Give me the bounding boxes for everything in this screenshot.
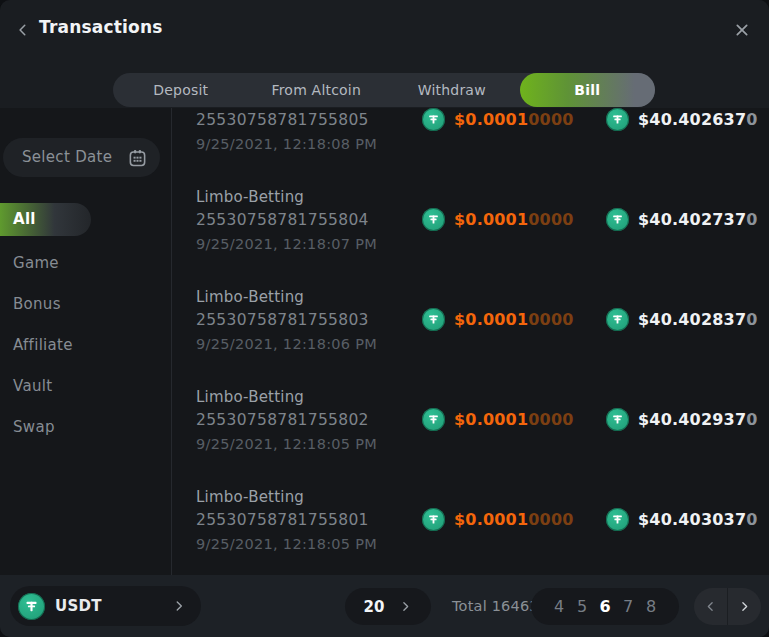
chevron-left-icon [704,600,717,613]
close-button[interactable] [731,19,753,41]
game-label: Limbo-Betting [196,488,304,506]
game-label: Limbo-Betting [196,288,304,306]
transaction-balance: $40.4030370 [606,508,758,531]
transaction-date: 9/25/2021, 12:18:05 PM [196,436,377,452]
page-button-7[interactable]: 7 [622,597,634,616]
date-placeholder: Select Date [22,148,112,166]
amount-trailing-zeros: 0000 [528,410,573,429]
close-icon [734,22,750,38]
balance-trailing-zero: 0 [746,410,757,429]
amount-value: $0.0001 [454,110,528,129]
transaction-type-tabs: Deposit From Altcoin Withdraw Bill [113,73,655,107]
pagination: 4 5 6 7 8 [531,588,679,625]
balance-value: $40.402937 [638,410,746,429]
tab-from-altcoin[interactable]: From Altcoin [249,73,385,107]
balance-value: $40.403037 [638,510,746,529]
transaction-amount: $0.00010000 [422,408,574,431]
page-nav [694,588,761,625]
transaction-balance: $40.4026370 [606,108,758,131]
transaction-amount: $0.00010000 [422,308,574,331]
transaction-balance: $40.4028370 [606,308,758,331]
next-page-button[interactable] [727,588,761,625]
back-button[interactable] [12,19,34,41]
transaction-date: 9/25/2021, 12:18:07 PM [196,236,377,252]
tether-icon [606,208,629,231]
transaction-amount: $0.00010000 [422,108,574,131]
balance-value: $40.402637 [638,110,746,129]
chevron-right-icon [738,600,751,613]
page-button-4[interactable]: 4 [553,597,565,616]
transaction-row: Limbo-Betting 25530758781755801 9/25/202… [172,481,769,575]
transaction-id: 25530758781755801 [196,511,369,529]
footer-bar: USDT 20 Total 16463 4 5 6 7 8 [0,575,769,637]
transaction-id: 25530758781755805 [196,111,369,129]
amount-value: $0.0001 [454,510,528,529]
filter-all[interactable]: All [0,203,91,236]
amount-value: $0.0001 [454,310,528,329]
page-button-8[interactable]: 8 [645,597,657,616]
amount-value: $0.0001 [454,410,528,429]
page-size-value: 20 [364,598,385,616]
transaction-date: 9/25/2021, 12:18:08 PM [196,136,377,152]
tab-deposit[interactable]: Deposit [113,73,249,107]
chevron-right-icon [172,598,186,617]
chevron-right-icon [399,600,412,613]
transaction-balance: $40.4027370 [606,208,758,231]
amount-trailing-zeros: 0000 [528,510,573,529]
date-filter-input[interactable]: Select Date [3,138,160,177]
transaction-balance: $40.4029370 [606,408,758,431]
tether-icon [18,593,45,620]
balance-trailing-zero: 0 [746,110,757,129]
page-title: Transactions [39,17,163,37]
total-count-label: Total 16463 [452,575,539,637]
filter-swap[interactable]: Swap [0,411,55,444]
transaction-row: Limbo-Betting 25530758781755804 9/25/202… [172,181,769,281]
tab-withdraw[interactable]: Withdraw [384,73,520,107]
page-button-5[interactable]: 5 [576,597,588,616]
tether-icon [422,308,445,331]
filter-sidebar: Select Date All Game Bonus Affiliate Vau… [0,108,172,575]
tether-icon [422,208,445,231]
amount-value: $0.0001 [454,210,528,229]
balance-trailing-zero: 0 [746,510,757,529]
balance-trailing-zero: 0 [746,310,757,329]
transaction-id: 25530758781755804 [196,211,369,229]
balance-trailing-zero: 0 [746,210,757,229]
page-button-6-active[interactable]: 6 [599,597,611,616]
transaction-row: Limbo-Betting 25530758781755802 9/25/202… [172,381,769,481]
tether-icon [422,508,445,531]
amount-trailing-zeros: 0000 [528,210,573,229]
tether-icon [606,108,629,131]
transaction-id: 25530758781755802 [196,411,369,429]
game-label: Limbo-Betting [196,388,304,406]
prev-page-button[interactable] [694,588,727,625]
transaction-list[interactable]: Limbo-Betting 25530758781755805 9/25/202… [172,108,769,575]
transactions-modal: Transactions Deposit From Altcoin Withdr… [0,0,769,637]
tether-icon [422,408,445,431]
balance-value: $40.402837 [638,310,746,329]
transaction-id: 25530758781755803 [196,311,369,329]
modal-header: Transactions Deposit From Altcoin Withdr… [0,0,769,108]
transaction-amount: $0.00010000 [422,208,574,231]
filter-bonus[interactable]: Bonus [0,288,61,321]
tether-icon [422,108,445,131]
balance-value: $40.402737 [638,210,746,229]
filter-game[interactable]: Game [0,247,59,280]
tether-icon [606,408,629,431]
tether-icon [606,508,629,531]
currency-selector[interactable]: USDT [10,586,201,626]
tab-bill[interactable]: Bill [520,73,656,107]
game-label: Limbo-Betting [196,188,304,206]
calendar-icon [128,148,147,167]
filter-vault[interactable]: Vault [0,370,52,403]
transaction-row: Limbo-Betting 25530758781755805 9/25/202… [172,108,769,181]
transaction-date: 9/25/2021, 12:18:05 PM [196,536,377,552]
transaction-amount: $0.00010000 [422,508,574,531]
transaction-row: Limbo-Betting 25530758781755803 9/25/202… [172,281,769,381]
filter-affiliate[interactable]: Affiliate [0,329,73,362]
page-size-selector[interactable]: 20 [345,588,431,625]
amount-trailing-zeros: 0000 [528,110,573,129]
currency-label: USDT [55,597,102,615]
chevron-left-icon [16,23,30,37]
transaction-list-inner: Limbo-Betting 25530758781755805 9/25/202… [172,108,769,575]
